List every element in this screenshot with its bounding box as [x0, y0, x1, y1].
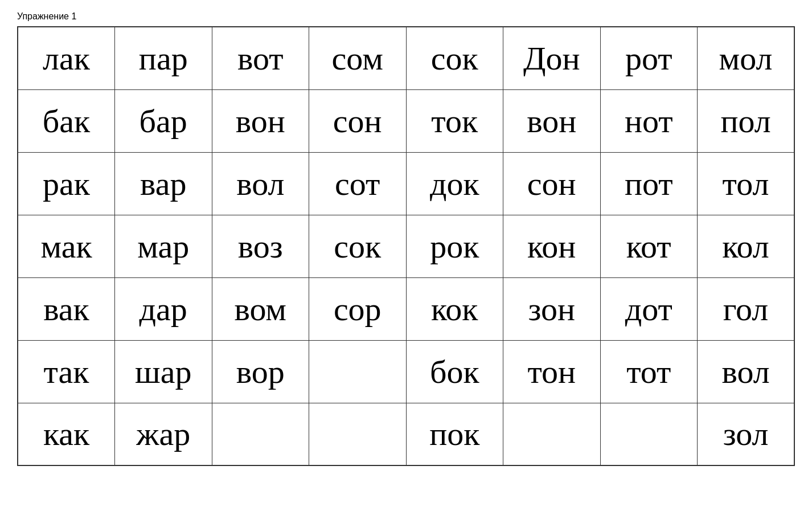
table-cell: сок	[309, 215, 407, 277]
table-cell: бак	[18, 89, 115, 152]
table-cell: сот	[309, 152, 407, 215]
table-cell: рак	[18, 152, 115, 215]
word-table: лакпарвотсомсокДонротмолбакбарвонсонтокв…	[17, 26, 795, 466]
table-cell	[309, 340, 407, 403]
table-cell: вор	[212, 340, 309, 403]
table-cell	[309, 403, 407, 465]
table-cell: зон	[503, 277, 601, 340]
table-cell	[600, 403, 698, 465]
table-cell: Дон	[503, 27, 601, 89]
table-cell: пок	[406, 403, 503, 465]
table-cell: вол	[698, 340, 795, 403]
table-cell: как	[18, 403, 115, 465]
table-cell: вон	[503, 89, 601, 152]
table-cell: бар	[115, 89, 212, 152]
table-cell: сор	[309, 277, 407, 340]
table-cell: сон	[309, 89, 407, 152]
table-cell: пот	[600, 152, 698, 215]
table-cell: пар	[115, 27, 212, 89]
table-cell: тот	[600, 340, 698, 403]
table-cell: кок	[406, 277, 503, 340]
table-cell: гол	[698, 277, 795, 340]
table-cell: кон	[503, 215, 601, 277]
table-cell: вон	[212, 89, 309, 152]
table-cell: бок	[406, 340, 503, 403]
table-cell: вом	[212, 277, 309, 340]
table-cell: кол	[698, 215, 795, 277]
table-cell: вар	[115, 152, 212, 215]
table-cell: лак	[18, 27, 115, 89]
table-cell: зол	[698, 403, 795, 465]
table-cell: сок	[406, 27, 503, 89]
table-cell: пол	[698, 89, 795, 152]
table-cell: сон	[503, 152, 601, 215]
table-cell: док	[406, 152, 503, 215]
table-cell	[212, 403, 309, 465]
table-cell: вол	[212, 152, 309, 215]
page-title: Упражнение 1	[17, 11, 795, 22]
table-cell: мак	[18, 215, 115, 277]
table-cell: тон	[503, 340, 601, 403]
table-cell: вот	[212, 27, 309, 89]
table-cell: мол	[698, 27, 795, 89]
table-cell: рок	[406, 215, 503, 277]
table-cell: тол	[698, 152, 795, 215]
table-cell: вак	[18, 277, 115, 340]
table-cell: сом	[309, 27, 407, 89]
table-cell: ток	[406, 89, 503, 152]
table-cell: дар	[115, 277, 212, 340]
table-cell: шар	[115, 340, 212, 403]
table-cell: так	[18, 340, 115, 403]
table-cell: рот	[600, 27, 698, 89]
table-cell: кот	[600, 215, 698, 277]
table-cell: жар	[115, 403, 212, 465]
table-cell	[503, 403, 601, 465]
table-cell: дот	[600, 277, 698, 340]
table-cell: воз	[212, 215, 309, 277]
table-cell: мар	[115, 215, 212, 277]
table-cell: нот	[600, 89, 698, 152]
